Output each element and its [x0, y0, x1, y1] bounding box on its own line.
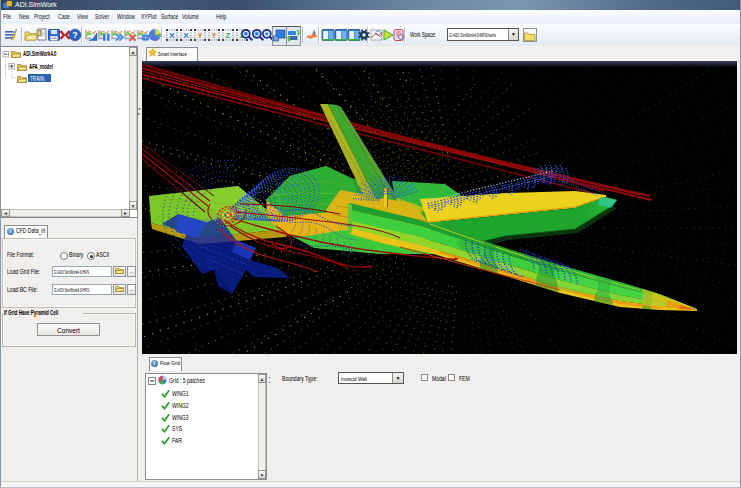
svg-text:Y: Y	[211, 31, 217, 40]
svg-text:X: X	[169, 31, 175, 40]
svg-text:X: X	[183, 31, 189, 40]
svg-text:Z: Z	[226, 31, 231, 40]
svg-text:Y: Y	[197, 31, 203, 40]
svg-text:?: ?	[72, 30, 78, 40]
